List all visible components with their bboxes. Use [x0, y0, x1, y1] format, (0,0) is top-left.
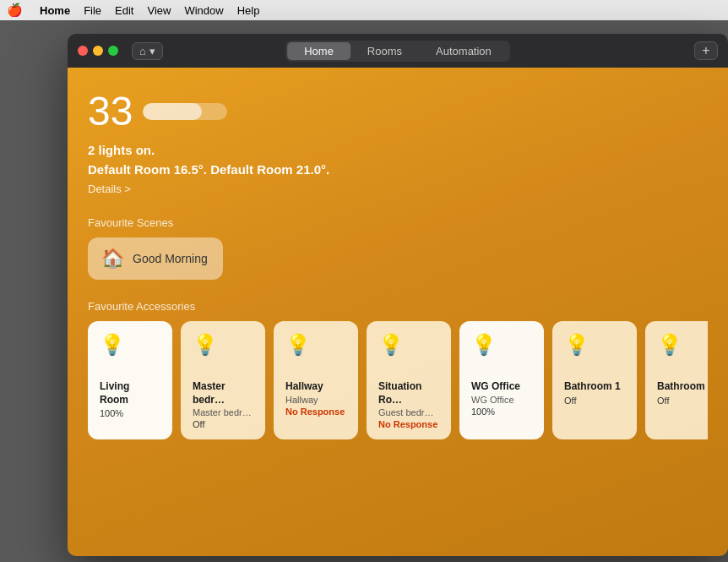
- accessory-name-2: Hallway: [285, 380, 346, 394]
- accessory-card-0[interactable]: 💡 Living Room 100%: [88, 321, 172, 439]
- accessory-card-4[interactable]: 💡 WG Office WG Office 100%: [459, 321, 544, 439]
- accessory-card-5[interactable]: 💡 Bathroom 1 Off: [552, 321, 637, 439]
- details-link[interactable]: Details >: [88, 183, 131, 195]
- add-button[interactable]: +: [694, 41, 718, 60]
- room-temps: Default Room 16.5°. Default Room 21.0°.: [88, 161, 708, 180]
- accessory-name-6: Bathroom 2: [657, 380, 708, 394]
- close-button[interactable]: [78, 46, 88, 56]
- traffic-lights: [78, 46, 118, 56]
- menu-view[interactable]: View: [147, 4, 171, 17]
- scene-good-morning-label: Good Morning: [133, 252, 208, 265]
- accessory-status-1: Off: [193, 419, 253, 429]
- favourite-accessories-section: Favourite Accessories 💡 Living Room 100%…: [88, 300, 708, 460]
- temperature-bar-fill: [143, 103, 202, 120]
- minimize-button[interactable]: [93, 46, 103, 56]
- accessory-status-4: 100%: [471, 406, 532, 417]
- accessory-sub-4: WG Office: [471, 395, 532, 405]
- accessory-status-6: Off: [657, 396, 708, 406]
- accessory-sub-2: Hallway: [285, 395, 346, 405]
- scenes-row: 🏠 Good Morning: [88, 237, 708, 280]
- lights-status: 2 lights on.: [88, 141, 708, 161]
- menu-window[interactable]: Window: [184, 4, 223, 17]
- main-content: 33 2 lights on. Default Room 16.5°. Defa…: [68, 68, 728, 556]
- accessory-icon-1: 💡: [193, 333, 253, 357]
- accessory-icon-2: 💡: [285, 333, 346, 357]
- accessory-name-5: Bathroom 1: [564, 380, 625, 394]
- accessory-status-0: 100%: [100, 408, 160, 418]
- menu-help[interactable]: Help: [237, 4, 260, 17]
- favourite-scenes-section: Favourite Scenes 🏠 Good Morning: [88, 216, 708, 280]
- accessories-section-label: Favourite Accessories: [88, 300, 708, 313]
- menubar: 🍎 Home File Edit View Window Help: [0, 0, 728, 20]
- accessory-sub-1: Master bedr…: [193, 407, 253, 417]
- scenes-section-label: Favourite Scenes: [88, 216, 708, 229]
- accessory-sub-3: Guest bedr…: [378, 407, 439, 417]
- accessory-card-2[interactable]: 💡 Hallway Hallway No Response: [274, 321, 358, 439]
- titlebar: ⌂ ▾ Home Rooms Automation +: [68, 34, 728, 68]
- accessory-name-4: WG Office: [471, 380, 532, 394]
- tab-automation[interactable]: Automation: [419, 42, 508, 60]
- temperature-bar: [143, 103, 227, 120]
- tab-home[interactable]: Home: [287, 42, 350, 60]
- tab-rooms[interactable]: Rooms: [350, 42, 419, 60]
- accessory-name-3: Situation Ro…: [378, 380, 439, 406]
- nav-tabs: Home Rooms Automation: [285, 41, 510, 62]
- scene-home-icon: 🏠: [101, 248, 124, 270]
- status-area: 33 2 lights on. Default Room 16.5°. Defa…: [88, 88, 708, 196]
- accessory-icon-5: 💡: [564, 333, 625, 357]
- menu-edit[interactable]: Edit: [115, 4, 133, 17]
- accessory-status-2: No Response: [285, 406, 346, 417]
- maximize-button[interactable]: [108, 46, 118, 56]
- accessory-name-1: Master bedr…: [193, 380, 253, 406]
- temperature-value: 33: [88, 88, 133, 134]
- accessory-name-0: Living Room: [100, 380, 160, 406]
- app-window: ⌂ ▾ Home Rooms Automation + 33 2 lights …: [68, 34, 728, 556]
- accessory-card-1[interactable]: 💡 Master bedr… Master bedr… Off: [181, 321, 265, 439]
- menu-home[interactable]: Home: [40, 4, 70, 17]
- accessory-status-3: No Response: [378, 419, 439, 429]
- home-chevron-icon: ▾: [149, 45, 155, 57]
- menu-file[interactable]: File: [84, 4, 101, 17]
- scene-good-morning[interactable]: 🏠 Good Morning: [88, 237, 223, 280]
- status-description: 2 lights on. Default Room 16.5°. Default…: [88, 141, 708, 179]
- accessories-row: 💡 Living Room 100% 💡 Master bedr… Master…: [88, 321, 708, 460]
- accessory-card-3[interactable]: 💡 Situation Ro… Guest bedr… No Response: [367, 321, 451, 439]
- accessory-icon-3: 💡: [378, 333, 439, 357]
- apple-menu[interactable]: 🍎: [7, 3, 23, 18]
- accessory-card-6[interactable]: 💡 Bathroom 2 Off: [645, 321, 708, 439]
- home-button[interactable]: ⌂ ▾: [132, 42, 163, 60]
- accessory-icon-0: 💡: [100, 333, 160, 357]
- home-icon: ⌂: [139, 45, 146, 57]
- accessory-icon-6: 💡: [657, 333, 708, 357]
- accessory-status-5: Off: [564, 396, 625, 406]
- accessory-icon-4: 💡: [471, 333, 532, 357]
